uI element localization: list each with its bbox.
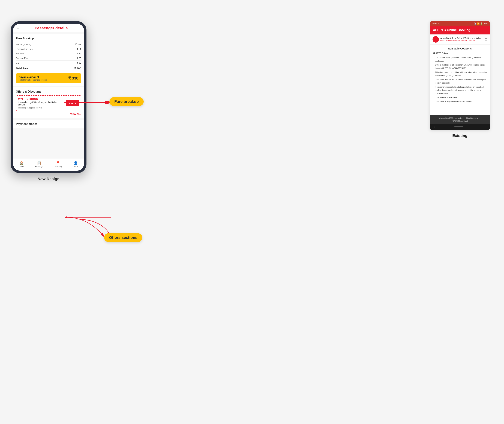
payable-sub-label: Ticket fare after applying coupon xyxy=(19,79,47,81)
home-label: Home xyxy=(19,166,24,168)
nav-item-bookings[interactable]: 📋 Bookings xyxy=(35,161,43,168)
fare-breakup-title: Fare Breakup xyxy=(16,37,81,40)
right-status-icons: 📡 📶 🔋 86% xyxy=(474,22,488,25)
hamburger-menu-icon[interactable]: ☰ xyxy=(484,37,487,41)
right-nav-bar: ‹ xyxy=(430,124,490,130)
coupon-info: MYFIRSTBOOK Use code to get 50/- off on … xyxy=(18,98,64,109)
org-text-block: ఆంధ్రప్రదేశ్ రాష్ట్ర రోడ్డు రవాణా సంస్థ … xyxy=(440,37,482,42)
fare-breakup-section: Fare Breakup Adults (1 Seat) ₹ 367 Reser… xyxy=(13,34,84,86)
fare-label-service: Service Fee xyxy=(16,57,28,60)
fare-row-toll: Toll Fee ₹ 32 xyxy=(16,51,81,56)
fare-row-reservation: Reservation Fee ₹ 11 xyxy=(16,47,81,51)
existing-phone-frame: 10:14 AM 📡 📶 🔋 86% APSRTC Online Booking… xyxy=(430,21,490,130)
offer-item-7: Cash back is eligible only on wallet amo… xyxy=(435,100,487,103)
apsrtc-offers-label: APSRTC Offers xyxy=(432,52,487,55)
fare-row-service: Service Fee ₹ 20 xyxy=(16,56,81,61)
left-phone-container: ← Passenger details Fare Breakup Adults … xyxy=(11,21,86,181)
right-back-btn[interactable]: ‹ xyxy=(434,125,434,128)
apsrtc-offers-list: Get Rs.5.00 % off (use offer: CBZXEHJS91… xyxy=(432,56,487,103)
apply-coupon-button[interactable]: APPLY xyxy=(66,100,79,106)
fare-amount-adults: ₹ 367 xyxy=(75,43,81,46)
org-english-name: Andhra Pradesh State Road Transport Corp… xyxy=(440,40,482,42)
right-org-bar: ఆంధ్రప్రదేశ్ రాష్ట్ర రోడ్డు రవాణా సంస్థ … xyxy=(430,34,490,44)
nav-item-profile[interactable]: 👤 Profile xyxy=(73,161,78,168)
profile-icon: 👤 xyxy=(73,161,78,165)
bookings-icon: 📋 xyxy=(37,161,41,165)
bookings-label: Bookings xyxy=(35,166,43,168)
screen-content[interactable]: Fare Breakup Adults (1 Seat) ₹ 367 Reser… xyxy=(13,33,84,163)
fare-label-gst: GST xyxy=(16,62,21,64)
bottom-spacer xyxy=(13,128,84,143)
offer-item-5: If customers makes full/partial cancella… xyxy=(435,85,487,95)
offer-item-4: Cash back amount will be credited to cus… xyxy=(435,78,487,84)
fare-amount-toll: ₹ 32 xyxy=(77,52,81,55)
right-main-content: Available Coupons APSRTC Offers Get Rs.5… xyxy=(430,44,490,115)
payable-amount-value: ₹ 330 xyxy=(68,76,78,81)
status-icons: 📡 📶 🔋 xyxy=(474,22,483,25)
new-design-label: New Design xyxy=(11,177,86,181)
nav-item-home[interactable]: 🏠 Home xyxy=(19,161,24,168)
payable-amount-box: Payable amount Ticket fare after applyin… xyxy=(16,73,81,83)
coupon-code: MYFIRSTBOOK xyxy=(18,98,64,100)
tracking-label: Tracking xyxy=(54,166,62,168)
offers-section-title: Offers & Discounts xyxy=(16,90,81,93)
fare-label-total: Total Fare xyxy=(16,67,28,70)
fare-label-adults: Adults (1 Seat) xyxy=(16,43,31,46)
page-title: Passenger details xyxy=(21,26,81,30)
org-telugu-name: ఆంధ్రప్రదేశ్ రాష్ట్ర రోడ్డు రవాణా సంస్థ xyxy=(440,37,482,40)
org-logo xyxy=(432,36,439,43)
offers-sections-callout-text: Offers sections xyxy=(109,235,137,240)
payable-left: Payable amount Ticket fare after applyin… xyxy=(19,75,47,81)
fare-row-gst: GST ₹ 50 xyxy=(16,61,81,65)
bottom-navigation: 🏠 Home 📋 Bookings 📍 Tracking 👤 Profile xyxy=(13,158,84,171)
battery-pct: 86% xyxy=(484,23,488,25)
phone-screen: ← Passenger details Fare Breakup Adults … xyxy=(13,24,84,171)
home-icon: 🏠 xyxy=(19,161,24,165)
coupon-description: Use code to get 50/- off on your first t… xyxy=(18,101,64,106)
back-button[interactable]: ← xyxy=(16,26,19,30)
right-app-header: APSRTC Online Booking xyxy=(430,26,490,34)
offers-sections-callout: Offers sections xyxy=(104,233,142,242)
coupon-box: MYFIRSTBOOK Use code to get 50/- off on … xyxy=(16,95,81,111)
offer-item-1: Get Rs.5.00 % off (use offer: CBZXEHJS91… xyxy=(435,56,487,62)
phone-outer-shell: ← Passenger details Fare Breakup Adults … xyxy=(11,21,86,173)
footer-copyright: Copyright © 2011 apsrtconline.in. All ri… xyxy=(432,117,488,122)
right-footer: Copyright © 2011 apsrtconline.in. All ri… xyxy=(430,115,490,124)
org-info: ఆంధ్రప్రదేశ్ రాష్ట్ర రోడ్డు రవాణా సంస్థ … xyxy=(432,36,482,43)
fare-breakup-callout-text: Fare breakup xyxy=(114,99,139,104)
payable-label: Payable amount xyxy=(19,75,47,78)
offer-item-2: Offer is available to all customers who … xyxy=(435,63,487,70)
offer-item-6: Offer valid till"31/07/2022". xyxy=(435,96,487,99)
right-home-indicator xyxy=(454,126,463,127)
fare-row-adults: Adults (1 Seat) ₹ 367 xyxy=(16,42,81,47)
payment-modes-title: Payment modes xyxy=(13,120,84,128)
view-all-link[interactable]: VIEW ALL xyxy=(16,113,81,115)
right-app-title: APSRTC Online Booking xyxy=(433,28,487,32)
right-status-bar: 10:14 AM 📡 📶 🔋 86% xyxy=(430,21,490,26)
fare-amount-reservation: ₹ 11 xyxy=(77,48,81,50)
fare-breakup-callout: Fare breakup xyxy=(109,97,144,106)
fare-label-reservation: Reservation Fee xyxy=(16,48,33,50)
fare-amount-total: ₹ 380 xyxy=(74,67,81,70)
offers-discounts-section: Offers & Discounts MYFIRSTBOOK Use code … xyxy=(13,87,84,118)
app-header: ← Passenger details xyxy=(13,24,84,33)
right-time: 10:14 AM xyxy=(432,23,440,25)
fare-amount-gst: ₹ 50 xyxy=(77,62,81,64)
nav-item-tracking[interactable]: 📍 Tracking xyxy=(54,161,62,168)
coupon-applies-text: This coupon applies for you xyxy=(18,107,64,109)
fare-label-toll: Toll Fee xyxy=(16,52,24,55)
existing-label: Existing xyxy=(430,133,490,138)
available-coupons-title: Available Coupons xyxy=(432,47,487,50)
svg-point-7 xyxy=(65,216,67,218)
fare-amount-service: ₹ 20 xyxy=(77,57,81,60)
fare-row-total: Total Fare ₹ 380 xyxy=(16,66,81,71)
tracking-icon: 📍 xyxy=(56,161,60,165)
offer-item-3: This offer cannot be clubbed with any ot… xyxy=(435,71,487,77)
profile-label: Profile xyxy=(73,166,78,168)
right-section: 10:14 AM 📡 📶 🔋 86% APSRTC Online Booking… xyxy=(430,21,490,138)
